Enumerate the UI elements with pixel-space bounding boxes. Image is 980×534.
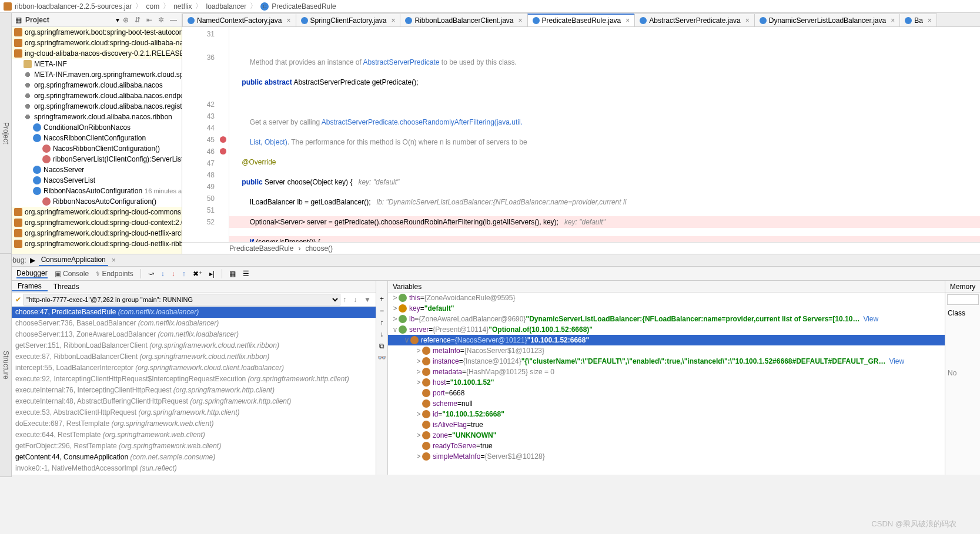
stack-frame[interactable]: execute:92, InterceptingClientHttpReques…	[12, 374, 376, 385]
line-number[interactable]: 36	[182, 52, 229, 63]
tab-debugger[interactable]: Debugger	[16, 269, 48, 278]
variable-row[interactable]: readyToServe = true	[388, 441, 945, 451]
stack-frame[interactable]: getContent:44, ConsumeApplication (com.n…	[12, 452, 376, 463]
glasses-icon[interactable]: 👓	[377, 354, 386, 362]
force-step-into-icon[interactable]: ↓	[172, 270, 175, 278]
structure-tool[interactable]: Structure	[1, 254, 11, 477]
editor-tab[interactable]: NamedContextFactory.java×	[182, 14, 296, 26]
editor-tab[interactable]: AbstractServerPredicate.java×	[634, 14, 754, 26]
bc-class[interactable]: PredicateBasedRule	[272, 2, 336, 11]
line-number[interactable]: 50	[182, 193, 229, 204]
variables-tree[interactable]: >this = {ZoneAvoidanceRule@9595}>key = "…	[388, 293, 945, 475]
dropdown-icon[interactable]: ▾	[116, 16, 119, 24]
hide-icon[interactable]: —	[170, 16, 178, 24]
variable-row[interactable]: >key = "default"	[388, 303, 945, 314]
stack-frame[interactable]: execute:644, RestTemplate (org.springfra…	[12, 429, 376, 441]
memory-search[interactable]	[947, 294, 979, 305]
variable-row[interactable]: vserver = {Present@10114} "Optional.of(1…	[388, 324, 945, 335]
tab-console[interactable]: ▣ Console	[55, 270, 89, 278]
collapse-icon[interactable]: ⇤	[146, 16, 155, 24]
tree-item[interactable]: org.springframework.cloud:spring-cloud-c…	[12, 217, 182, 228]
variable-row[interactable]: >this = {ZoneAvoidanceRule@9595}	[388, 293, 945, 303]
close-icon[interactable]: ×	[112, 256, 116, 264]
variable-row[interactable]: >metaInfo = {NacosServer$1@10123}	[388, 345, 945, 356]
stack-frame[interactable]: chooseServer:113, ZoneAwareLoadBalancer …	[12, 329, 376, 340]
run-to-cursor-icon[interactable]: ▸|	[209, 270, 215, 278]
stack-frame[interactable]: intercept:55, LoadBalancerInterceptor (o…	[12, 362, 376, 374]
gear-icon[interactable]: ✲	[158, 16, 166, 24]
line-number[interactable]: 49	[182, 181, 229, 193]
project-tool[interactable]: Project	[1, 13, 11, 254]
add-watch-icon[interactable]: +	[380, 295, 384, 303]
frames-tab[interactable]: Frames	[12, 282, 48, 291]
variable-row[interactable]: isAliveFlag = true	[388, 419, 945, 430]
memory-header[interactable]: Memory	[945, 281, 980, 293]
project-title[interactable]: Project	[25, 16, 112, 24]
tree-item[interactable]: META-INF	[12, 59, 182, 69]
expand-icon[interactable]: ⇵	[135, 16, 143, 24]
prev-frame-icon[interactable]: ↑	[343, 295, 351, 304]
tree-item[interactable]: org.springframework.cloud:spring-cloud-c…	[12, 207, 182, 217]
line-number[interactable]: 46	[182, 146, 229, 157]
line-number[interactable]: 31	[182, 28, 229, 40]
variable-row[interactable]: >host = "10.100.1.52"	[388, 377, 945, 388]
pull-requests-tool[interactable]: Pull Requests	[0, 13, 1, 254]
thread-dropdown[interactable]: "http-nio-7777-exec-1"@7,262 in group "m…	[24, 294, 340, 305]
step-into-icon[interactable]: ↓	[161, 270, 165, 278]
bc2-method[interactable]: choose()	[305, 244, 333, 253]
copy-icon[interactable]: ⧉	[379, 342, 384, 350]
bc-p3[interactable]: loadbalancer	[206, 2, 246, 11]
variable-row[interactable]: scheme = null	[388, 398, 945, 409]
drop-frame-icon[interactable]: ✖⁺	[193, 270, 202, 278]
tree-item[interactable]: org.springframework.cloud.alibaba.nacos.…	[12, 101, 182, 112]
threads-tab[interactable]: Threads	[48, 283, 85, 291]
stack-frame[interactable]: executeInternal:76, InterceptingClientHt…	[12, 385, 376, 396]
line-number[interactable]	[182, 63, 229, 75]
tree-item[interactable]: RibbonNacosAutoConfiguration()	[12, 196, 182, 207]
run-config[interactable]: ConsumeApplication	[39, 254, 108, 266]
variable-row[interactable]: port = 6668	[388, 388, 945, 398]
line-number[interactable]: 44	[182, 122, 229, 134]
select-opened-icon[interactable]: ⊕	[123, 16, 131, 24]
editor-tab[interactable]: SpringClientFactory.java×	[296, 14, 401, 26]
tree-item[interactable]: org.springframework.cloud.alibaba.nacos	[12, 80, 182, 90]
evaluate-icon[interactable]: ▦	[229, 270, 236, 278]
editor-tab[interactable]: PredicateBasedRule.java×	[527, 14, 636, 26]
project-tree[interactable]: org.springframework.boot:spring-boot-tes…	[12, 27, 182, 254]
line-number[interactable]	[182, 40, 229, 52]
stack-frame[interactable]: execute:87, RibbonLoadBalancerClient (or…	[12, 351, 376, 362]
line-number[interactable]: 42	[182, 99, 229, 110]
tab-endpoints[interactable]: ⚕ Endpoints	[96, 270, 133, 278]
tree-item[interactable]: org.springframework.boot:spring-boot-tes…	[12, 27, 182, 38]
filter-icon[interactable]: ▼	[364, 295, 372, 304]
tree-item[interactable]: ConditionalOnRibbonNacos	[12, 122, 182, 133]
bc-p2[interactable]: netflix	[173, 2, 192, 11]
stack-frames[interactable]: choose:47, PredicateBasedRule (com.netfl…	[12, 307, 376, 475]
bc-p1[interactable]: com	[146, 2, 159, 11]
tree-item[interactable]: RibbonNacosAutoConfiguration16 minutes a…	[12, 186, 182, 196]
tree-item[interactable]: org.springframework.cloud:spring-cloud-n…	[12, 239, 182, 249]
stack-frame[interactable]: choose:47, PredicateBasedRule (com.netfl…	[12, 307, 376, 318]
tree-item[interactable]: ribbonServerList(IClientConfig):ServerLi…	[12, 154, 182, 164]
line-number[interactable]: 47	[182, 157, 229, 169]
line-number[interactable]: 43	[182, 110, 229, 122]
tree-item[interactable]: org.springframework.cloud:spring-cloud-n…	[12, 228, 182, 239]
variable-row[interactable]: vreference = {NacosServer@10121} "10.100…	[388, 335, 945, 345]
editor-tab[interactable]: Ba×	[899, 14, 937, 26]
variable-row[interactable]: >zone = "UNKNOWN"	[388, 430, 945, 441]
editor-tab[interactable]: RibbonLoadBalancerClient.java×	[400, 14, 527, 26]
variable-row[interactable]: >id = "10.100.1.52:6668"	[388, 409, 945, 419]
stack-frame[interactable]: chooseServer:736, BaseLoadBalancer (com.…	[12, 318, 376, 329]
variable-row[interactable]: >instance = {Instance@10124} "{\"cluster…	[388, 356, 945, 367]
tree-item[interactable]: META-INF.maven.org.springframework.cloud…	[12, 69, 182, 80]
code-body[interactable]: Method that provides an instance of Abst…	[229, 27, 980, 242]
variable-row[interactable]: >lb = {ZoneAwareLoadBalancer@9690} "Dyna…	[388, 314, 945, 324]
stack-frame[interactable]: invoke0:-1, NativeMethodAccessorImpl (su…	[12, 463, 376, 474]
editor-tab[interactable]: DynamicServerListLoadBalancer.java×	[754, 14, 900, 26]
stack-frame[interactable]: getForObject:296, RestTemplate (org.spri…	[12, 441, 376, 452]
step-over-icon[interactable]: ⤻	[148, 270, 154, 278]
line-number[interactable]	[182, 87, 229, 99]
tree-item[interactable]: NacosServer	[12, 164, 182, 175]
tree-item[interactable]: NacosRibbonClientConfiguration()	[12, 143, 182, 154]
variable-row[interactable]: >metadata = {HashMap@10125} size = 0	[388, 367, 945, 377]
